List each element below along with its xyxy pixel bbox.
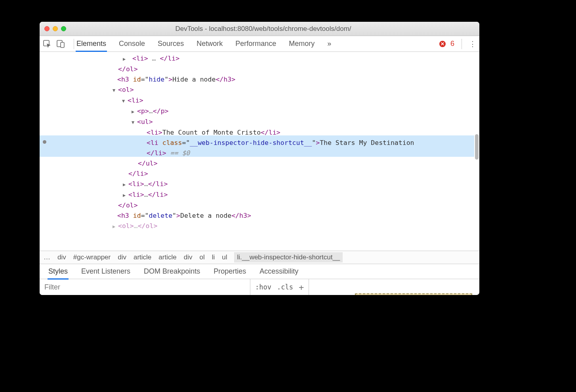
tab-overflow[interactable]: »	[327, 40, 331, 48]
tree-row[interactable]: ▼<li>	[40, 95, 479, 106]
tree-row[interactable]: <h3 id="hide">Hide a node</h3>	[40, 74, 479, 85]
devtools-window: DevTools - localhost:8080/web/tools/chro…	[40, 22, 479, 295]
tree-row[interactable]: ▶<ol>…</ol>	[40, 221, 479, 232]
crumb-item[interactable]: ol	[199, 253, 204, 261]
tree-row[interactable]: ▶<p>…</p>	[40, 106, 479, 117]
styles-filter-input[interactable]	[40, 279, 250, 295]
crumb-overflow[interactable]: …	[44, 253, 50, 261]
console-selection-ref: == $0	[166, 149, 190, 157]
tree-row[interactable]: <li>The Count of Monte Cristo</li>	[40, 127, 479, 138]
box-model-preview	[309, 279, 479, 295]
svg-rect-2	[61, 42, 64, 48]
tree-row[interactable]: </ul>	[40, 158, 479, 169]
box-model-margin-icon	[355, 293, 472, 295]
tab-sources[interactable]: Sources	[158, 40, 184, 48]
expand-arrow-icon[interactable]: ▶	[123, 179, 128, 190]
tab-memory[interactable]: Memory	[289, 40, 315, 48]
error-icon[interactable]: ✕	[439, 41, 446, 47]
tree-row[interactable]: ▼<ol>	[40, 85, 479, 95]
collapse-arrow-icon[interactable]: ▼	[113, 85, 118, 95]
device-toolbar-icon[interactable]	[56, 40, 65, 48]
panel-tab-properties[interactable]: Properties	[214, 267, 246, 276]
tree-row[interactable]: ▶<li>…</li>	[40, 190, 479, 200]
dom-tree-panel: ▶ <li> … </li> </ol> <h3 id="hide">Hide …	[40, 52, 479, 251]
tree-row-selected[interactable]: </li> == $0	[40, 148, 479, 158]
panel-tab-styles[interactable]: Styles	[48, 267, 68, 276]
tree-row[interactable]: </ol>	[40, 200, 479, 211]
collapse-arrow-icon[interactable]: ▼	[132, 117, 137, 127]
toolbar-separator	[462, 39, 462, 49]
styles-filter-bar: :hov .cls +	[40, 279, 479, 295]
cls-toggle-button[interactable]: .cls	[277, 283, 293, 291]
tree-row[interactable]: ▼<ul>	[40, 117, 479, 127]
crumb-item[interactable]: article	[158, 253, 176, 261]
zoom-window-button[interactable]	[61, 26, 66, 31]
tab-network[interactable]: Network	[196, 40, 223, 48]
tree-row[interactable]: </ol>	[40, 64, 479, 74]
hov-toggle-button[interactable]: :hov	[255, 283, 271, 291]
window-title: DevTools - localhost:8080/web/tools/chro…	[72, 25, 455, 33]
tab-elements[interactable]: Elements	[76, 40, 106, 48]
expand-arrow-icon[interactable]: ▶	[113, 221, 118, 232]
close-window-button[interactable]	[44, 26, 50, 31]
expand-arrow-icon[interactable]: ▶	[123, 190, 128, 200]
inspect-element-icon[interactable]	[43, 40, 51, 48]
crumb-item[interactable]: ul	[222, 253, 227, 261]
collapse-arrow-icon[interactable]: ▼	[122, 96, 128, 106]
crumb-item[interactable]: div	[57, 253, 66, 261]
dom-breadcrumb: … div #gc-wrapper div article article di…	[40, 251, 479, 264]
tree-row[interactable]: ▶<li>…</li>	[40, 179, 479, 190]
tab-console[interactable]: Console	[119, 40, 145, 48]
tree-row-selected[interactable]: <li class="__web-inspector-hide-shortcut…	[40, 138, 479, 148]
crumb-item[interactable]: article	[134, 253, 151, 261]
tree-row[interactable]: </li>	[40, 169, 479, 179]
tab-performance[interactable]: Performance	[235, 40, 276, 48]
minimize-window-button[interactable]	[53, 26, 58, 31]
crumb-item[interactable]: div	[118, 253, 126, 261]
panel-tab-accessibility[interactable]: Accessibility	[259, 267, 298, 276]
titlebar: DevTools - localhost:8080/web/tools/chro…	[40, 22, 479, 36]
expand-arrow-icon[interactable]: ▶	[123, 54, 128, 64]
panel-tab-dom-breakpoints[interactable]: DOM Breakpoints	[144, 267, 200, 276]
crumb-item[interactable]: #gc-wrapper	[73, 253, 111, 261]
settings-kebab-icon[interactable]: ⋮	[469, 40, 476, 48]
tree-row[interactable]: ▶ <li> … </li>	[40, 53, 479, 64]
window-controls	[44, 26, 66, 31]
crumb-item[interactable]: li	[212, 253, 215, 261]
hidden-node-indicator-icon	[43, 140, 46, 144]
devtools-toolbar: Elements Console Sources Network Perform…	[40, 36, 479, 52]
expand-arrow-icon[interactable]: ▶	[132, 107, 137, 117]
error-count[interactable]: 6	[450, 40, 454, 48]
new-style-rule-button[interactable]: +	[299, 282, 304, 292]
crumb-item-selected[interactable]: li.__web-inspector-hide-shortcut__	[234, 252, 343, 263]
toolbar-separator	[74, 39, 74, 49]
sidebar-panel-tabs: Styles Event Listeners DOM Breakpoints P…	[40, 264, 479, 279]
tree-row[interactable]: <h3 id="delete">Delete a node</h3>	[40, 211, 479, 221]
crumb-item[interactable]: div	[184, 253, 193, 261]
panel-tab-event-listeners[interactable]: Event Listeners	[81, 267, 130, 276]
